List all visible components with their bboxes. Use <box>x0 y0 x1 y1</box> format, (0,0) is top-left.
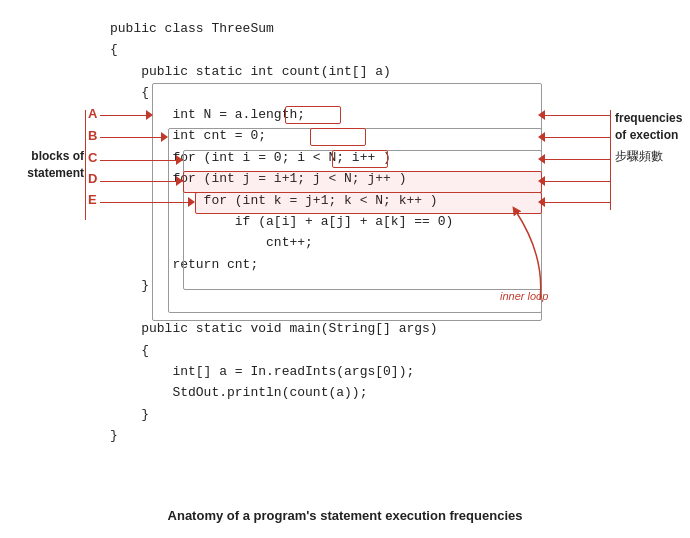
arrow-d-head <box>176 176 183 186</box>
right-bracket-line <box>610 110 612 210</box>
frequencies-chinese-label: 步驟頻數 <box>615 148 663 165</box>
arrow-c <box>100 160 180 161</box>
code-line-16: { <box>110 340 630 361</box>
arrow-right-k <box>545 159 610 160</box>
arrow-d <box>100 181 180 182</box>
highlight-k-lt-n <box>332 150 388 168</box>
label-d: D <box>88 171 97 186</box>
highlight-i-lt-n <box>285 106 341 124</box>
arrow-right-i-head <box>538 110 545 120</box>
arrow-e <box>100 202 192 203</box>
code-line-19: } <box>110 404 630 425</box>
code-line-3: public static int count(int[] a) <box>110 61 630 82</box>
code-line-15: public static void main(String[] args) <box>110 318 630 339</box>
arrow-right-j <box>545 137 610 138</box>
blocks-of-statement-label: blocks of statement <box>2 148 84 182</box>
arrow-a <box>100 115 150 116</box>
arrow-right-d-head <box>538 176 545 186</box>
label-c: C <box>88 150 97 165</box>
code-line-17: int[] a = In.readInts(args[0]); <box>110 361 630 382</box>
caption: Anatomy of a program's statement executi… <box>0 508 690 523</box>
arrow-c-head <box>176 155 183 165</box>
label-a: A <box>88 106 97 121</box>
arrow-right-k-head <box>538 154 545 164</box>
label-b: B <box>88 128 97 143</box>
arrow-e-head <box>188 197 195 207</box>
arrow-a-head <box>146 110 153 120</box>
frequencies-label: frequenciesof exection <box>615 110 682 144</box>
label-e: E <box>88 192 97 207</box>
arrow-b-head <box>161 132 168 142</box>
code-line-1: public class ThreeSum <box>110 18 630 39</box>
code-line-20: } <box>110 425 630 446</box>
arrow-right-i <box>545 115 610 116</box>
arrow-b <box>100 137 165 138</box>
box-d <box>183 171 542 193</box>
main-container: public class ThreeSum { public static in… <box>0 0 690 538</box>
code-line-2: { <box>110 39 630 60</box>
left-bracket-line <box>85 110 87 220</box>
arrow-right-d <box>545 181 610 182</box>
highlight-j-lt-n <box>310 128 366 146</box>
code-line-18: StdOut.println(count(a)); <box>110 382 630 403</box>
inner-loop-arrow <box>480 195 570 305</box>
arrow-right-j-head <box>538 132 545 142</box>
